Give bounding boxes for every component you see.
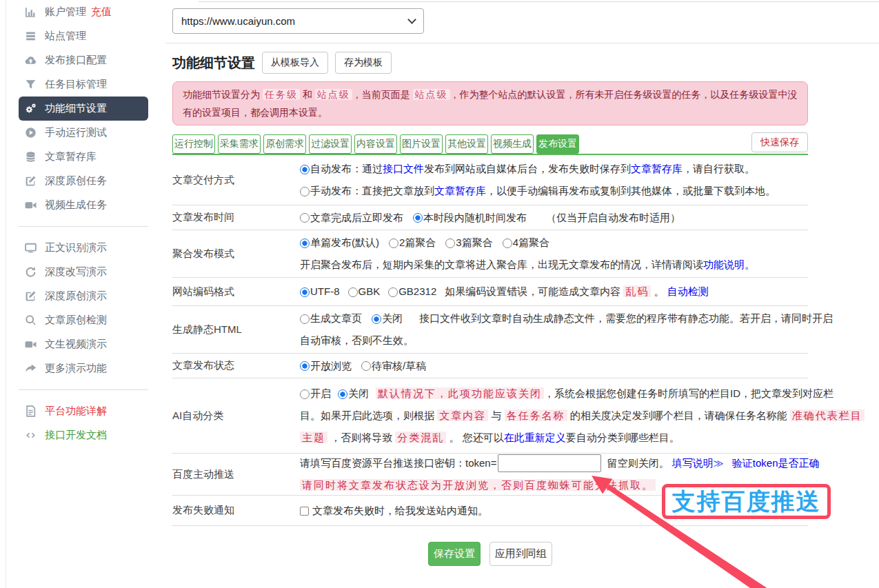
radio-option[interactable]	[300, 239, 310, 248]
field-text: 留空则关闭。	[604, 457, 671, 469]
radio-option[interactable]	[300, 314, 310, 324]
field-text: 的相关度决定发到哪个栏目，请确保任务名称能	[567, 409, 790, 421]
radio-option[interactable]	[372, 314, 381, 324]
tab-other-settings[interactable]: 其他设置	[445, 134, 488, 154]
document-icon	[24, 405, 37, 418]
sidebar-item-text-to-video-demo[interactable]: 文生视频演示	[6, 332, 165, 356]
tab-run-control[interactable]: 运行控制	[172, 134, 215, 154]
form-row-publish-time: 文章发布时间文章完成后立即发布本时段内随机时间发布（仅当开启自动发布时适用）	[172, 205, 808, 230]
sidebar-item-deep-original-demo[interactable]: 深度原创演示	[6, 284, 165, 308]
field-text: 开启聚合发布后，短期内采集的文章将进入聚合库，出现无文章发布的情况，详情请阅读	[300, 258, 703, 270]
link[interactable]: 自动检测	[667, 285, 709, 297]
save-settings-button[interactable]: 保存设置	[428, 542, 481, 566]
field-text: ，否则将导致	[327, 432, 395, 443]
tab-collection-requirements[interactable]: 采集需求	[218, 134, 261, 154]
field-text: 与	[488, 409, 504, 421]
baidu-push-annotation: 支持百度推送	[662, 484, 831, 519]
sidebar-item-site-management[interactable]: 站点管理	[6, 24, 165, 48]
radio-option[interactable]	[300, 213, 310, 223]
radio-option[interactable]	[348, 287, 358, 297]
sidebar-item-task-target-management[interactable]: 任务目标管理	[6, 72, 165, 97]
radio-option[interactable]	[445, 239, 455, 248]
option-label: 生成文章页	[310, 312, 362, 324]
cloud-upload-icon	[24, 54, 37, 67]
alert-text: 功能细节设置分为	[183, 89, 263, 100]
sidebar-item-video-generation-task[interactable]: 视频生成任务	[6, 193, 165, 217]
sidebar-item-deep-original-task[interactable]: 深度原创任务	[6, 169, 165, 193]
chevron-down-icon	[407, 15, 416, 24]
sidebar-item-label: 发布接口配置	[45, 54, 107, 67]
field-label: 文章发布状态	[172, 359, 300, 372]
sidebar-item-content-recognition-demo[interactable]: 正文识别演示	[6, 236, 165, 260]
radio-option[interactable]	[413, 213, 423, 223]
refresh-icon	[24, 266, 37, 278]
link[interactable]: 验证token是否正确	[732, 457, 820, 469]
database-icon	[24, 151, 37, 163]
option-label: 3篇聚合	[456, 236, 492, 248]
recharge-badge[interactable]: 充值	[91, 6, 112, 19]
highlight: 请同时将文章发布状态设为开放浏览，否则百度蜘蛛可能无法抓取。	[300, 479, 656, 491]
link[interactable]: 文章暂存库	[434, 185, 486, 196]
video-icon	[24, 199, 37, 212]
highlight: 默认情况下，此项功能应该关闭	[376, 387, 544, 399]
radio-option[interactable]	[300, 389, 310, 399]
radio-option[interactable]	[300, 361, 310, 371]
tab-video-generation[interactable]: 视频生成	[491, 134, 534, 154]
highlight: 文章内容	[437, 409, 488, 421]
sidebar-item-more-demo-features[interactable]: 更多演示功能	[6, 356, 165, 381]
sidebar-item-article-staging[interactable]: 文章暂存库	[6, 145, 165, 169]
sidebar-item-platform-features-guide[interactable]: 平台功能详解	[6, 399, 165, 423]
sidebar-item-article-originality-check[interactable]: 文章原创检测	[6, 308, 165, 332]
form-row-aggregate-mode: 聚合发布模式单篇发布(默认)2篇聚合3篇聚合4篇聚合开启聚合发布后，短期内采集的…	[172, 230, 808, 278]
site-select[interactable]: https://www.ucaiyun.com	[172, 8, 424, 34]
form-row-publish-status: 文章发布状态开放浏览待审核/草稿	[172, 354, 808, 378]
field-text: ，以便手动编辑再发布或复制到其他媒体，或批量下载到本地。	[486, 185, 776, 196]
radio-option[interactable]	[300, 187, 310, 196]
tab-filter-settings[interactable]: 过滤设置	[309, 134, 352, 154]
option-label: 文章完成后立即发布	[310, 212, 403, 223]
field-text: 请填写百度资源平台推送接口密钥：token=	[300, 457, 496, 469]
save-as-template-button[interactable]: 存为模板	[335, 52, 392, 74]
sidebar-item-label: 站点管理	[45, 30, 86, 43]
field-text: 要自动分类到哪些栏目。	[566, 432, 680, 443]
sidebar: 账户管理充值站点管理发布接口配置任务目标管理功能细节设置手动运行测试文章暂存库深…	[6, 0, 165, 447]
field-text: ，系统会根据您创建任务时所填写的栏目ID，把文章发到对应栏	[544, 387, 833, 399]
sidebar-item-api-dev-docs[interactable]: 接口开发文档	[6, 423, 165, 447]
radio-option[interactable]	[503, 239, 512, 248]
sidebar-item-account-management[interactable]: 账户管理充值	[6, 0, 165, 24]
checkbox-option[interactable]	[300, 507, 309, 516]
form-row-static-html: 生成静态HTML生成文章页关闭接口文件收到文章时自动生成静态文件，需要您的程序带…	[172, 306, 808, 354]
link[interactable]: 接口文件	[383, 163, 424, 174]
sidebar-item-label: 视频生成任务	[45, 199, 107, 212]
apply-to-group-button[interactable]: 应用到同组	[489, 542, 552, 566]
tab-publish-settings[interactable]: 发布设置	[536, 134, 579, 154]
sidebar-item-deep-rewrite-demo[interactable]: 深度改写演示	[6, 260, 165, 284]
tab-content-settings[interactable]: 内容设置	[354, 134, 397, 154]
radio-option[interactable]	[300, 287, 310, 297]
radio-option[interactable]	[300, 165, 310, 174]
tab-image-settings[interactable]: 图片设置	[400, 134, 443, 154]
option-label: 单篇发布(默认)	[310, 236, 379, 248]
field-text: 。 您还可以	[446, 432, 503, 443]
radio-option[interactable]	[388, 287, 398, 297]
radio-option[interactable]	[361, 361, 371, 371]
highlight: 乱码	[623, 285, 651, 297]
sidebar-item-label: 深度原创任务	[45, 174, 107, 187]
sidebar-item-publish-api-config[interactable]: 发布接口配置	[6, 48, 165, 72]
sidebar-item-label: 账户管理	[45, 6, 86, 19]
sidebar-item-feature-detail-settings[interactable]: 功能细节设置	[19, 97, 148, 121]
radio-option[interactable]	[389, 239, 398, 248]
option-label: 本时段内随机时间发布	[423, 212, 527, 223]
main-content: https://www.ucaiyun.com 功能细节设置 从模板导入 存为模…	[172, 0, 808, 566]
tab-originality-requirements[interactable]: 原创需求	[263, 134, 306, 154]
import-from-template-button[interactable]: 从模板导入	[262, 52, 328, 74]
quick-save-button[interactable]: 快速保存	[751, 132, 808, 152]
link[interactable]: 填写说明≫	[672, 457, 724, 469]
link[interactable]: 功能说明。	[703, 258, 755, 270]
baidu-token-input[interactable]	[498, 454, 601, 472]
radio-option[interactable]	[338, 389, 347, 399]
field-label: 发布失败通知	[172, 504, 300, 517]
link[interactable]: 文章暂存库	[631, 163, 683, 174]
sidebar-item-manual-run-test[interactable]: 手动运行测试	[6, 121, 165, 145]
link[interactable]: 在此重新定义	[504, 432, 566, 443]
